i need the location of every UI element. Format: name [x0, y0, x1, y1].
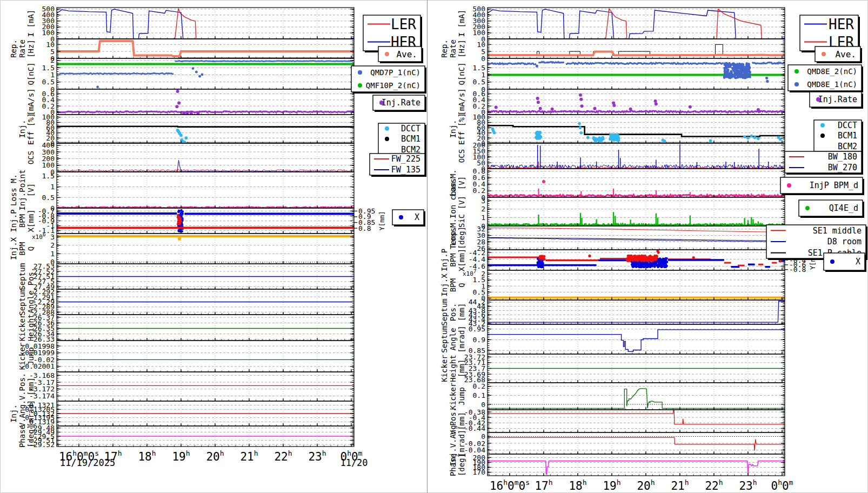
row-label: Septum: [440, 325, 449, 353]
legend-label: Ave.: [396, 49, 417, 59]
row-label: Pos.: [26, 268, 35, 286]
row-label: Angle: [449, 328, 457, 350]
legend-key-x: X: [392, 210, 425, 226]
ytick-label: 1: [481, 214, 485, 222]
legend-label: LER: [391, 16, 416, 32]
row-label: Kicker: [18, 343, 26, 370]
row-label: Q: [457, 283, 466, 287]
time-tick-label: 16h​0m​0s​: [490, 478, 530, 492]
legend-label: BCM2: [838, 142, 857, 151]
row-label: Rate: [18, 39, 26, 58]
row-label: Septum: [440, 298, 449, 326]
row-label: Kicker: [449, 383, 457, 410]
legend-key-charge: QMD7P_1(nC)QMF10P_2(nC): [351, 66, 426, 94]
row-label: Rate: [449, 39, 457, 58]
row-label: [mrad]: [26, 400, 35, 428]
legend-key-ave: Ave.: [378, 46, 423, 63]
row-label: Height: [449, 355, 457, 382]
row-label: Phase: [18, 425, 26, 448]
ytick-label: 0: [481, 55, 485, 63]
ytick-label: 0.1: [473, 391, 485, 399]
row-label: [V]: [457, 176, 466, 190]
legend-key-lossm: FW_225FW_135: [370, 154, 426, 177]
legend-label: FW_225: [391, 154, 420, 164]
row-label: [mA/s]: [457, 88, 466, 116]
ytick-label: 1: [50, 183, 55, 191]
legend-label: D8 room: [827, 237, 862, 247]
legend-label: BCM1: [838, 131, 857, 141]
row-label: Inj.X: [9, 237, 18, 260]
legend-label: QMD8E_2(nC): [807, 67, 857, 76]
ytick-label: 1.5: [42, 172, 55, 180]
legend-key-injrate: Inj.Rate: [373, 95, 426, 112]
ytick-label: -0.04: [464, 446, 485, 454]
row-label: Q[nC]: [26, 62, 35, 85]
row-label: Jump: [26, 347, 35, 365]
date-label: 11/19/2025: [60, 457, 115, 468]
row-label: Eff [%]: [457, 113, 466, 145]
date-label: 11/20: [340, 457, 368, 468]
row-label: Inj.X: [440, 274, 449, 297]
legend-label: QMD7P_1(nC): [370, 68, 420, 77]
row-label: OCS: [457, 149, 466, 163]
time-axis: 16h​0m​0s​17h​18h​19h​20h​21h​22h​23h​0h…: [490, 478, 793, 492]
row-label: [V]: [26, 183, 35, 197]
row-label: Rep.: [440, 39, 449, 58]
legend-key-eff: DCCTBCM1BCM2: [378, 123, 426, 156]
row-label: Kicker: [18, 314, 26, 342]
row-label: [mm]: [457, 303, 466, 322]
legend-label: BCM1: [401, 134, 420, 144]
row-label: BPM: [449, 278, 457, 292]
legend-label: QMF10P_2(nC): [366, 81, 420, 90]
legend-label: QI4E_d: [829, 203, 858, 213]
legend-key-lossm: BW_180BW_270: [785, 151, 863, 175]
row-label: Temp.: [449, 226, 457, 249]
ytick-label: 3: [481, 197, 485, 205]
ytick-label: 2: [481, 205, 485, 213]
row-label: [mrad]: [457, 430, 466, 457]
legend-label: HER: [829, 16, 854, 32]
row-label: Q[nC]: [457, 62, 466, 85]
row-injp-bpm-x: -0.7-0.8-0.9-1-1.10.950.90.850.8Y[mm]Inj…: [9, 207, 386, 235]
ytick-label: 1: [50, 250, 55, 258]
row-label: [Hz]: [26, 39, 35, 58]
row-label: V.Ang.: [18, 400, 26, 428]
ytick-label: 0.9: [473, 336, 485, 344]
row-label: Eff [%]: [26, 113, 35, 145]
ytick-label: 3: [50, 233, 55, 241]
row-label: I [mA]: [26, 10, 35, 37]
accelerator-injection-monitor: 5004003002001000I [mA]1050Rep.Rate[Hz]21…: [0, 0, 868, 493]
legend-key-qi4e: QI4E_d: [799, 200, 864, 218]
row-label: [mrad]: [457, 325, 466, 353]
row-label: X[mm]: [457, 249, 466, 271]
legend-label: DCCT: [838, 121, 857, 130]
row-label: Pos.: [449, 303, 457, 322]
legend-label: QMD8E_1(nC): [807, 80, 857, 89]
right-ytick-label: 0.8: [358, 224, 371, 232]
row-label: Inj.: [449, 120, 457, 138]
row-label: Septum: [18, 288, 26, 316]
row-septum-pos: 27.5327.5227.5127.527.49SeptumPos.: [18, 262, 354, 291]
ytick-label: 0.95: [469, 325, 485, 333]
row-label: Jump: [457, 387, 466, 405]
legend-label: DCCT: [401, 124, 420, 134]
row-label: X[mm]: [26, 209, 35, 232]
row-label: [Hz]: [457, 39, 466, 58]
ytick-label: 0.5: [42, 194, 55, 202]
row-label: Phase: [449, 454, 457, 476]
row-septum-angle: 2.2922.2912.292.2892.288SeptumAngle: [18, 288, 354, 316]
legend-key-ave: Ave.: [815, 46, 862, 63]
legend-label: X: [856, 257, 860, 267]
row-label: Inj.: [18, 120, 26, 138]
row-label: [mm]: [457, 412, 466, 430]
row-label: [mA/s]: [26, 88, 35, 116]
legend-label: Inj.Rate: [382, 98, 420, 108]
row-label: Q: [26, 247, 35, 251]
row-label: [deg]: [457, 454, 466, 476]
legend-key-x: X: [824, 253, 866, 272]
row-label: [deg]: [26, 425, 35, 448]
row-label: I [mA]: [457, 10, 466, 37]
row-label: Inj.P: [440, 249, 449, 271]
row-label: BPM: [18, 214, 26, 228]
legend-key-charge: QMD8E_2(nC)QMD8E_1(nC): [788, 65, 863, 92]
